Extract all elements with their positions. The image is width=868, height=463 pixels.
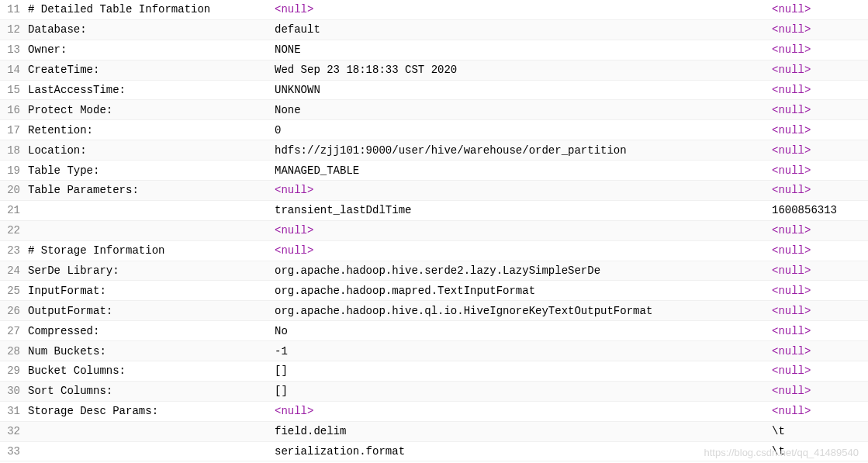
cell-value: <null> [271,184,769,196]
table-row[interactable]: 32field.delim\t [0,422,868,442]
cell-extra: <null> [769,365,868,377]
line-number: 19 [0,164,25,177]
cell-extra: <null> [769,305,868,317]
result-table: 11# Detailed Table Information<null><nul… [0,0,868,461]
cell-extra: <null> [769,84,868,96]
line-number: 30 [0,385,25,397]
table-row[interactable]: 22<null><null> [0,221,868,241]
cell-value: transient_lastDdlTime [271,204,769,216]
cell-value: [] [271,365,769,377]
cell-extra: <null> [769,164,868,177]
cell-key: Location: [25,144,271,157]
cell-extra: <null> [769,224,868,237]
cell-extra: <null> [769,184,868,196]
cell-key: Table Type: [25,164,271,177]
line-number: 32 [0,425,25,437]
cell-key: Protect Mode: [25,104,271,116]
cell-value: UNKNOWN [271,84,769,96]
table-row[interactable]: 28Num Buckets:-1<null> [0,341,868,361]
table-row[interactable]: 30Sort Columns:[]<null> [0,382,868,402]
table-row[interactable]: 16Protect Mode:None<null> [0,100,868,120]
cell-value: hdfs://zjj101:9000/user/hive/warehouse/o… [271,144,769,157]
cell-extra: <null> [769,385,868,397]
line-number: 20 [0,184,25,196]
cell-key: Storage Desc Params: [25,405,271,417]
cell-value: None [271,104,769,116]
line-number: 17 [0,124,25,136]
table-row[interactable]: 24SerDe Library:org.apache.hadoop.hive.s… [0,261,868,282]
table-row[interactable]: 21transient_lastDdlTime1600856313 [0,201,868,221]
table-row[interactable]: 17Retention:0<null> [0,120,868,140]
line-number: 29 [0,365,25,377]
line-number: 33 [0,445,25,458]
line-number: 24 [0,264,25,277]
cell-key: Bucket Columns: [25,365,271,377]
line-number: 31 [0,405,25,417]
table-row[interactable]: 25InputFormat:org.apache.hadoop.mapred.T… [0,281,868,301]
cell-key: InputFormat: [25,285,271,297]
cell-extra: 1600856313 [769,204,868,216]
line-number: 28 [0,345,25,358]
table-row[interactable]: 31Storage Desc Params:<null><null> [0,402,868,422]
cell-extra: <null> [769,124,868,136]
cell-key: # Detailed Table Information [25,3,271,16]
cell-value: -1 [271,345,769,358]
line-number: 15 [0,84,25,96]
cell-value: No [271,325,769,337]
line-number: 23 [0,244,25,257]
cell-extra: <null> [769,43,868,56]
table-row[interactable]: 13Owner:NONE<null> [0,40,868,60]
cell-extra: <null> [769,325,868,337]
line-number: 16 [0,104,25,116]
line-number: 12 [0,23,25,36]
line-number: 27 [0,325,25,337]
cell-key: LastAccessTime: [25,84,271,96]
cell-extra: <null> [769,144,868,157]
cell-value: serialization.format [271,445,769,458]
table-row[interactable]: 15LastAccessTime:UNKNOWN<null> [0,81,868,101]
cell-key: Sort Columns: [25,385,271,397]
table-row[interactable]: 26OutputFormat:org.apache.hadoop.hive.ql… [0,301,868,321]
line-number: 26 [0,305,25,317]
cell-extra: \t [769,425,868,437]
cell-extra: <null> [769,3,868,16]
cell-key: # Storage Information [25,244,271,257]
cell-value: org.apache.hadoop.mapred.TextInputFormat [271,285,769,297]
cell-key: SerDe Library: [25,264,271,277]
cell-extra: <null> [769,405,868,417]
cell-extra: <null> [769,23,868,36]
cell-extra: <null> [769,104,868,116]
table-row[interactable]: 29Bucket Columns:[]<null> [0,361,868,382]
line-number: 25 [0,285,25,297]
cell-key: Compressed: [25,325,271,337]
cell-value: org.apache.hadoop.hive.ql.io.HiveIgnoreK… [271,305,769,317]
cell-key: CreateTime: [25,64,271,76]
cell-key: Table Parameters: [25,184,271,196]
line-number: 18 [0,144,25,157]
cell-extra: \t [769,445,868,458]
table-row[interactable]: 14CreateTime:Wed Sep 23 18:18:33 CST 202… [0,60,868,81]
table-row[interactable]: 12Database:default<null> [0,20,868,40]
table-row[interactable]: 20Table Parameters:<null><null> [0,181,868,201]
cell-value: default [271,23,769,36]
cell-extra: <null> [769,285,868,297]
cell-key: OutputFormat: [25,305,271,317]
cell-extra: <null> [769,244,868,257]
line-number: 11 [0,3,25,16]
cell-value: field.delim [271,425,769,437]
table-row[interactable]: 19Table Type:MANAGED_TABLE<null> [0,161,868,181]
table-row[interactable]: 33serialization.format\t [0,442,868,462]
cell-value: MANAGED_TABLE [271,164,769,177]
cell-value: NONE [271,43,769,56]
cell-extra: <null> [769,64,868,76]
table-row[interactable]: 23# Storage Information<null><null> [0,241,868,261]
cell-extra: <null> [769,345,868,358]
cell-key: Database: [25,23,271,36]
line-number: 13 [0,43,25,56]
table-row[interactable]: 18Location:hdfs://zjj101:9000/user/hive/… [0,140,868,161]
table-row[interactable]: 27Compressed:No<null> [0,321,868,341]
table-row[interactable]: 11# Detailed Table Information<null><nul… [0,0,868,20]
cell-value: [] [271,385,769,397]
cell-value: 0 [271,124,769,136]
line-number: 14 [0,64,25,76]
